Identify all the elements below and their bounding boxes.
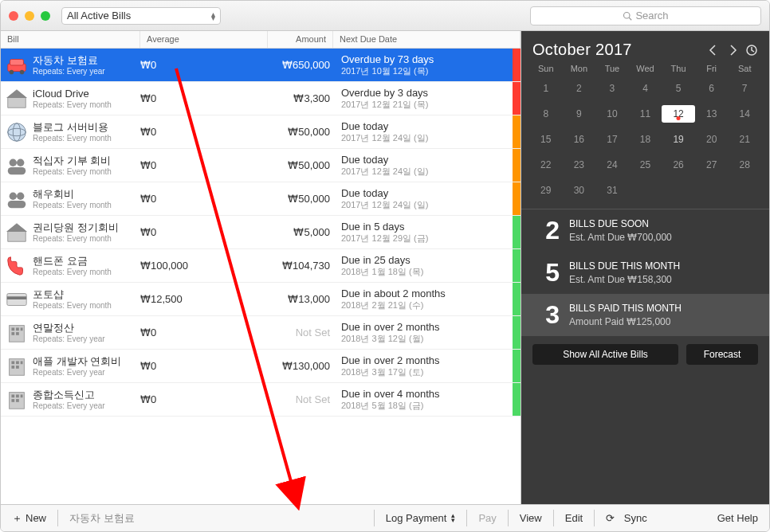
calendar-day[interactable]: 21 [728,131,761,148]
close-button[interactable] [9,11,18,21]
new-button[interactable]: ＋New [1,505,57,531]
sync-button[interactable]: ⟳ Sync [595,505,658,531]
calendar-day[interactable]: 8 [529,105,563,123]
calendar-day[interactable]: 11 [629,105,662,123]
calendar-day[interactable]: 30 [563,182,596,199]
show-all-active-bills-button[interactable]: Show All Active Bills [532,344,678,365]
calendar-day[interactable]: 4 [629,80,662,97]
calendar-day[interactable]: 29 [529,182,563,199]
calendar-day[interactable]: 19 [662,131,695,148]
calendar-day[interactable]: 15 [529,131,563,148]
calendar-dow: Mon [563,64,596,73]
svg-point-8 [8,123,26,141]
summary-title: BILLS DUE SOON [569,217,672,230]
bill-icon [1,187,33,211]
col-header-bill[interactable]: Bill [1,31,140,48]
bill-due-status: Due in over 4 months [341,388,513,400]
calendar-day[interactable]: 25 [629,156,662,174]
table-row[interactable]: 종합소득신고 Repeats: Every year ₩0 Not Set Du… [1,383,521,417]
table-row[interactable]: 적십자 기부 회비 Repeats: Every month ₩0 ₩50,00… [1,149,521,182]
calendar-day[interactable]: 27 [695,156,729,174]
pay-button[interactable]: Pay [467,505,507,531]
col-header-due[interactable]: Next Due Date [333,31,521,48]
edit-button[interactable]: Edit [554,505,594,531]
calendar-day[interactable]: 22 [529,156,563,174]
sync-icon: ⟳ [606,512,615,524]
calendar-day[interactable]: 28 [728,156,761,174]
summary-title: BILLS DUE THIS MONTH [569,260,680,272]
svg-rect-20 [7,296,26,299]
svg-rect-16 [8,200,26,207]
calendar-today-icon[interactable] [745,44,758,57]
bill-status-color [513,216,521,248]
calendar-day[interactable]: 24 [595,156,629,174]
search-input[interactable]: Search [530,6,761,25]
zoom-button[interactable] [41,11,50,21]
col-header-amount[interactable]: Amount [268,31,333,48]
summary-row[interactable]: 2BILLS DUE SOONEst. Amt Due ₩700,000 [521,209,769,252]
table-row[interactable]: 자동차 보험료 Repeats: Every year ₩0 ₩650,000 … [1,49,521,82]
summary-row[interactable]: 3BILLS PAID THIS MONTHAmount Paid ₩125,0… [521,294,769,336]
sidebar-panel: October 2017 SunMonTueWedThuFriSat 12345… [521,31,769,504]
bill-icon [1,87,33,111]
table-row[interactable]: 핸드폰 요금 Repeats: Every month ₩100,000 ₩10… [1,249,521,283]
summary-row[interactable]: 5BILLS DUE THIS MONTHEst. Amt Due ₩158,3… [521,252,769,294]
svg-point-4 [10,69,14,74]
calendar-day[interactable]: 2 [563,80,596,97]
bill-due-status: Due in 25 days [341,254,513,266]
bill-due-status: Due today [341,187,513,199]
calendar-day[interactable]: 14 [728,105,761,123]
calendar-day[interactable]: 26 [662,156,695,174]
table-row[interactable]: 포토샵 Repeats: Every month ₩12,500 ₩13,000… [1,283,521,316]
summary-count: 5 [532,258,560,288]
calendar-next-icon[interactable] [726,44,739,57]
svg-rect-26 [16,332,19,335]
bill-average: ₩0 [140,126,268,138]
calendar-day[interactable]: 10 [595,105,629,123]
svg-rect-22 [11,327,14,331]
calendar-day[interactable]: 23 [563,156,596,174]
calendar-day[interactable]: 31 [595,182,629,199]
table-row[interactable]: 해우회비 Repeats: Every month ₩0 ₩50,000 Due… [1,182,521,216]
filter-dropdown[interactable]: All Active Bills ▴▾ [61,7,221,25]
calendar-day[interactable]: 12 [662,105,695,123]
calendar-day[interactable]: 9 [563,105,596,123]
bill-name: 핸드폰 요금 [33,255,140,268]
view-button[interactable]: View [509,505,553,531]
table-row[interactable]: 블로그 서버비용 Repeats: Every month ₩0 ₩50,000… [1,115,521,149]
bill-status-color [513,82,521,115]
calendar-day[interactable]: 13 [695,105,729,123]
bill-name: 블로그 서버비용 [33,121,140,134]
titlebar: All Active Bills ▴▾ Search [1,1,769,31]
summary-count: 2 [532,216,560,245]
table-row[interactable]: iCloud Drive Repeats: Every month ₩0 ₩3,… [1,82,521,115]
bill-repeat: Repeats: Every year [33,334,140,343]
calendar-day[interactable]: 18 [629,131,662,148]
log-payment-button[interactable]: Log Payment▴▾ [375,505,467,531]
calendar-prev-icon[interactable] [707,44,720,57]
calendar-day[interactable]: 7 [728,80,761,97]
svg-line-1 [630,18,632,20]
minimize-button[interactable] [25,11,34,21]
bill-due-status: Overdue by 73 days [341,53,513,65]
col-header-average[interactable]: Average [140,31,268,48]
bill-icon [1,288,33,311]
calendar-day[interactable]: 20 [695,131,729,148]
forecast-button[interactable]: Forecast [686,344,758,365]
bill-average: ₩0 [140,92,268,104]
bill-due-date: 2018년 1월 18일 (목) [341,266,513,278]
bill-repeat: Repeats: Every month [33,201,140,209]
calendar-day[interactable]: 3 [595,80,629,97]
calendar-day[interactable]: 6 [695,80,729,97]
table-row[interactable]: 연말정산 Repeats: Every year ₩0 Not Set Due … [1,316,521,350]
bill-due-status: Due today [341,154,513,166]
calendar-day[interactable]: 5 [662,80,695,97]
calendar-day[interactable]: 16 [563,131,596,148]
bill-name: iCloud Drive [33,88,140,100]
bill-amount: ₩650,000 [268,59,333,71]
get-help-button[interactable]: Get Help [706,505,769,531]
calendar-day[interactable]: 1 [529,80,563,97]
calendar-day[interactable]: 17 [595,131,629,148]
table-row[interactable]: 애플 개발자 연회비 Repeats: Every year ₩0 ₩130,0… [1,350,521,383]
table-row[interactable]: 권리당원 정기회비 Repeats: Every month ₩0 ₩5,000… [1,216,521,249]
